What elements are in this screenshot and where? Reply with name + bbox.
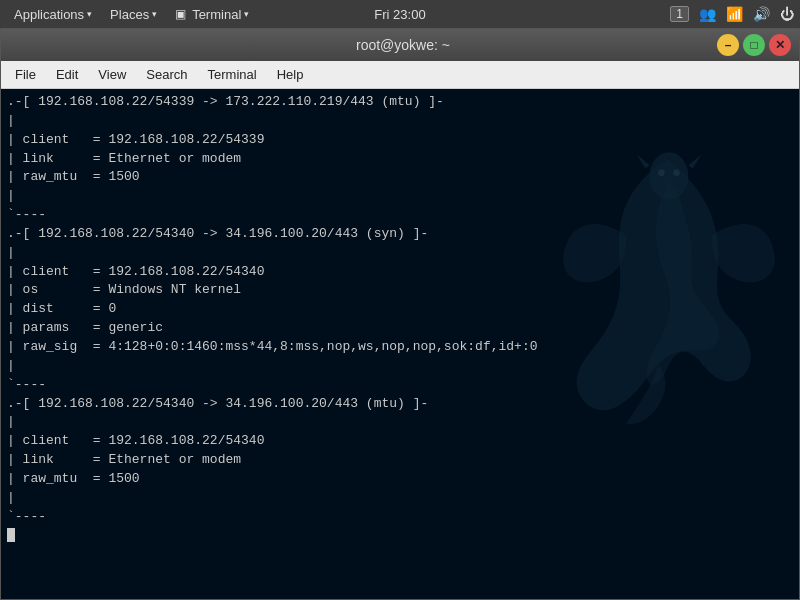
terminal-line: | raw_mtu = 1500 [7, 168, 793, 187]
system-bar-left: Applications ▾ Places ▾ ▣ Terminal ▾ [6, 5, 257, 24]
workspace-number[interactable]: 1 [670, 6, 689, 22]
terminal-line: .-[ 192.168.108.22/54340 -> 34.196.100.2… [7, 225, 793, 244]
terminal-line: | raw_sig = 4:128+0:0:1460:mss*44,8:mss,… [7, 338, 793, 357]
terminal-line: | [7, 413, 793, 432]
terminal-line: | [7, 187, 793, 206]
menu-terminal[interactable]: Terminal [198, 64, 267, 85]
cursor [7, 528, 15, 542]
terminal-icon: ▣ [175, 7, 186, 21]
volume-icon: 🔊 [753, 6, 770, 22]
terminal-line: `---- [7, 508, 793, 527]
terminal-line: | [7, 357, 793, 376]
places-label: Places [110, 7, 149, 22]
menu-bar: File Edit View Search Terminal Help [1, 61, 799, 89]
menu-edit[interactable]: Edit [46, 64, 88, 85]
terminal-line: | os = Windows NT kernel [7, 281, 793, 300]
terminal-output[interactable]: .-[ 192.168.108.22/54339 -> 173.222.110.… [1, 89, 799, 599]
terminal-line: .-[ 192.168.108.22/54339 -> 173.222.110.… [7, 93, 793, 112]
terminal-line: | raw_mtu = 1500 [7, 470, 793, 489]
wifi-icon: 📶 [726, 6, 743, 22]
menu-help[interactable]: Help [267, 64, 314, 85]
terminal-line: | dist = 0 [7, 300, 793, 319]
title-bar: root@yokwe: ~ – □ ✕ [1, 29, 799, 61]
applications-arrow: ▾ [87, 9, 92, 19]
system-tray: 1 👥 📶 🔊 ⏻ [670, 6, 794, 22]
cursor-line [7, 526, 793, 545]
terminal-line: | [7, 112, 793, 131]
applications-label: Applications [14, 7, 84, 22]
clock: Fri 23:00 [374, 7, 425, 22]
terminal-label: Terminal [192, 7, 241, 22]
terminal-line: `---- [7, 206, 793, 225]
applications-menu[interactable]: Applications ▾ [6, 5, 100, 24]
system-bar: Applications ▾ Places ▾ ▣ Terminal ▾ Fri… [0, 0, 800, 28]
terminal-line: | [7, 244, 793, 263]
places-arrow: ▾ [152, 9, 157, 19]
places-menu[interactable]: Places ▾ [102, 5, 165, 24]
window-title: root@yokwe: ~ [89, 37, 717, 53]
terminal-lines: .-[ 192.168.108.22/54339 -> 173.222.110.… [7, 93, 793, 526]
terminal-line: | client = 192.168.108.22/54340 [7, 263, 793, 282]
menu-search[interactable]: Search [136, 64, 197, 85]
menu-view[interactable]: View [88, 64, 136, 85]
people-icon: 👥 [699, 6, 716, 22]
terminal-line: .-[ 192.168.108.22/54340 -> 34.196.100.2… [7, 395, 793, 414]
terminal-arrow: ▾ [244, 9, 249, 19]
window-controls: – □ ✕ [717, 34, 791, 56]
terminal-line: | [7, 489, 793, 508]
terminal-line: `---- [7, 376, 793, 395]
minimize-button[interactable]: – [717, 34, 739, 56]
terminal-line: | link = Ethernet or modem [7, 451, 793, 470]
maximize-button[interactable]: □ [743, 34, 765, 56]
close-button[interactable]: ✕ [769, 34, 791, 56]
menu-file[interactable]: File [5, 64, 46, 85]
power-icon[interactable]: ⏻ [780, 6, 794, 22]
terminal-menu[interactable]: ▣ Terminal ▾ [167, 5, 257, 24]
terminal-line: | client = 192.168.108.22/54340 [7, 432, 793, 451]
terminal-line: | client = 192.168.108.22/54339 [7, 131, 793, 150]
terminal-line: | params = generic [7, 319, 793, 338]
terminal-line: | link = Ethernet or modem [7, 150, 793, 169]
terminal-window: root@yokwe: ~ – □ ✕ File Edit View Searc… [0, 28, 800, 600]
